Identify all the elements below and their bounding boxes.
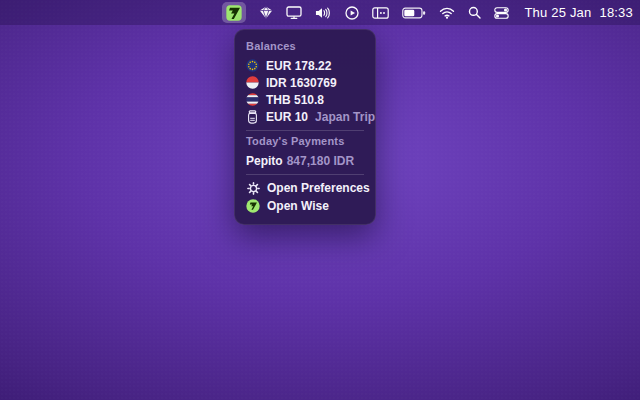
menubar-play-button[interactable] — [345, 2, 359, 23]
menubar-battery-indicator[interactable] — [402, 2, 426, 23]
clock-time: 18:33 — [599, 5, 633, 20]
balance-amount: EUR 178.22 — [266, 59, 331, 73]
wise-icon — [246, 199, 260, 213]
gear-icon — [246, 182, 260, 195]
menubar-clock[interactable]: Thu 25 Jan 18:33 — [524, 2, 633, 23]
jar-icon — [246, 110, 259, 123]
clock-date: Thu 25 Jan — [524, 5, 591, 20]
display-icon — [286, 6, 302, 19]
menubar-display-button[interactable] — [286, 2, 302, 23]
eu-flag-icon — [246, 59, 259, 72]
action-label: Open Wise — [267, 199, 329, 213]
play-circle-icon — [345, 6, 359, 20]
menu-bar-status-items: Thu 25 Jan 18:33 — [222, 2, 633, 23]
menubar-wifi-button[interactable] — [439, 2, 455, 23]
balance-amount: THB 510.8 — [266, 93, 324, 107]
balance-row-idr[interactable]: IDR 1630769 — [246, 74, 364, 91]
menubar-diamond-button[interactable] — [259, 2, 273, 23]
divider — [246, 174, 364, 175]
menubar-control-center-button[interactable] — [494, 2, 509, 23]
balance-amount: IDR 1630769 — [266, 76, 337, 90]
menu-bar: Thu 25 Jan 18:33 — [0, 0, 640, 25]
menubar-volume-button[interactable] — [315, 2, 332, 23]
payments-header: Today's Payments — [246, 135, 364, 147]
wise-icon — [226, 5, 242, 21]
menubar-search-button[interactable] — [468, 2, 481, 23]
wifi-icon — [439, 7, 455, 19]
control-center-icon — [494, 7, 509, 19]
thailand-flag-icon — [246, 93, 259, 106]
volume-icon — [315, 7, 332, 19]
desktop: Thu 25 Jan 18:33 Balances — [0, 0, 640, 400]
payment-row[interactable]: Pepito 847,180 IDR — [246, 152, 364, 169]
menubar-window-button[interactable] — [372, 2, 389, 23]
search-icon — [468, 6, 481, 19]
menubar-wise-button[interactable] — [222, 2, 246, 23]
balances-header: Balances — [246, 40, 364, 52]
action-label: Open Preferences — [267, 181, 370, 195]
indonesia-flag-icon — [246, 76, 259, 89]
window-icon — [372, 7, 389, 19]
battery-icon — [402, 7, 426, 19]
payment-amount: 847,180 IDR — [287, 154, 354, 168]
wise-dropdown-panel: Balances EUR 178.22 — [234, 29, 376, 225]
balance-label: Japan Trip — [315, 110, 375, 124]
balance-row-jar[interactable]: EUR 10 Japan Trip — [246, 108, 364, 125]
balance-row-thb[interactable]: THB 510.8 — [246, 91, 364, 108]
divider — [246, 130, 364, 131]
open-preferences-item[interactable]: Open Preferences — [246, 179, 364, 197]
diamond-icon — [259, 6, 273, 19]
balance-row-eur[interactable]: EUR 178.22 — [246, 57, 364, 74]
balance-amount: EUR 10 — [266, 110, 308, 124]
payment-name: Pepito — [246, 154, 283, 168]
open-wise-item[interactable]: Open Wise — [246, 197, 364, 215]
